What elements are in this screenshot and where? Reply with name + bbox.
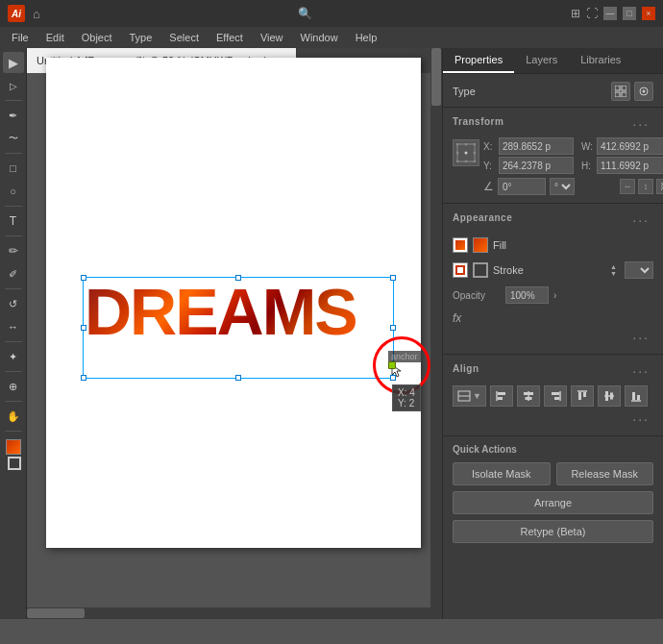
align-bottom-button[interactable]	[625, 385, 648, 407]
stroke-up[interactable]: ▲	[610, 263, 620, 270]
w-input[interactable]	[597, 137, 663, 155]
tool-separator-7	[5, 371, 22, 372]
anchor-bl[interactable]	[81, 375, 86, 381]
horizontal-scroll-thumb[interactable]	[27, 608, 85, 618]
angle-input[interactable]	[498, 178, 546, 195]
isolate-mask-button[interactable]: Isolate Mask	[453, 462, 551, 485]
vertical-scroll-thumb[interactable]	[431, 48, 441, 106]
align-right-button[interactable]	[544, 385, 567, 407]
zoom-tool[interactable]: ⊕	[3, 376, 24, 397]
title-bar-right: ⊞ ⛶ — □ ×	[571, 7, 655, 20]
menu-select[interactable]: Select	[161, 30, 207, 45]
rotate-tool[interactable]: ↺	[3, 293, 24, 314]
canvas-area[interactable]: Untitled-1 [Recovered]* @ 50 % (CMYK/Pre…	[27, 48, 442, 619]
anchor-center-dot	[388, 361, 396, 369]
stroke-down[interactable]: ▼	[610, 270, 620, 277]
stroke-dropdown[interactable]	[625, 261, 653, 279]
paintbrush-tool[interactable]: ✏	[3, 240, 24, 261]
direct-select-tool[interactable]: ▷	[3, 75, 24, 96]
align-center-v-button[interactable]	[598, 385, 621, 407]
menu-object[interactable]: Object	[74, 30, 120, 45]
search-icon[interactable]: 🔍	[298, 7, 312, 20]
arrange-button[interactable]: Arrange	[453, 491, 653, 514]
grid-icon[interactable]: ⊞	[571, 7, 580, 20]
flip-h-button[interactable]: ↔	[620, 179, 635, 194]
menu-effect[interactable]: Effect	[209, 30, 251, 45]
expand-icon[interactable]: ⛶	[586, 7, 598, 20]
transform-more-menu[interactable]: ···	[628, 115, 653, 133]
eyedropper-tool[interactable]: ✦	[3, 346, 24, 367]
menu-view[interactable]: View	[253, 30, 291, 45]
tool-separator-8	[5, 401, 22, 402]
menu-file[interactable]: File	[4, 30, 37, 45]
scrollbar-corner	[430, 607, 442, 619]
opacity-chevron[interactable]: ›	[553, 290, 556, 301]
type-icon-settings[interactable]	[634, 82, 653, 101]
pen-tool[interactable]: ✒	[3, 105, 24, 126]
tab-layers[interactable]: Layers	[514, 48, 569, 73]
fx-label[interactable]: fx	[453, 311, 461, 325]
stroke-swatch[interactable]	[473, 262, 488, 278]
type-icon-grid[interactable]	[611, 82, 630, 101]
horizontal-scrollbar[interactable]	[27, 607, 430, 619]
align-extra-menu[interactable]: ···	[453, 410, 653, 428]
vertical-scrollbar[interactable]	[430, 48, 442, 607]
transform-reference-box[interactable]	[453, 139, 479, 166]
type-tool[interactable]: T	[3, 211, 24, 232]
hand-tool[interactable]: ✋	[3, 406, 24, 427]
svg-point-9	[465, 143, 468, 146]
fill-row: Fill	[453, 235, 653, 256]
svg-point-16	[474, 161, 477, 163]
align-center-h-button[interactable]	[517, 385, 540, 407]
y-input[interactable]	[499, 157, 574, 174]
angle-dropdown[interactable]: °	[550, 178, 575, 195]
tool-separator-6	[5, 341, 22, 342]
fill-color-box[interactable]	[6, 439, 21, 455]
svg-rect-23	[524, 392, 533, 395]
ellipse-tool[interactable]: ○	[3, 181, 24, 202]
align-more-menu[interactable]: ···	[628, 362, 653, 380]
minimize-button[interactable]: —	[603, 7, 617, 20]
release-mask-button[interactable]: Release Mask	[556, 462, 654, 485]
appearance-more-menu[interactable]: ···	[628, 211, 653, 229]
curvature-tool[interactable]: 〜	[3, 128, 24, 149]
home-icon[interactable]: ⌂	[33, 7, 40, 21]
menu-edit[interactable]: Edit	[38, 30, 72, 45]
select-tool[interactable]: ▶	[3, 52, 24, 73]
x-input[interactable]	[499, 137, 574, 155]
fill-swatch[interactable]	[473, 237, 488, 253]
tab-libraries[interactable]: Libraries	[569, 48, 632, 73]
svg-point-6	[643, 90, 646, 93]
anchor-bm[interactable]	[235, 375, 241, 381]
pencil-tool[interactable]: ✐	[3, 263, 24, 285]
align-top-button[interactable]	[571, 385, 594, 407]
svg-rect-2	[622, 86, 626, 90]
close-button[interactable]: ×	[642, 7, 655, 20]
tab-properties[interactable]: Properties	[443, 48, 514, 73]
menu-type[interactable]: Type	[122, 30, 160, 45]
constrain-proportions[interactable]: ⛓	[656, 179, 663, 194]
reflect-tool[interactable]: ↔	[3, 316, 24, 337]
h-input[interactable]	[597, 157, 663, 174]
flip-v-button[interactable]: ↕	[638, 179, 653, 194]
transform-section: Transform ···	[443, 108, 663, 204]
shape-tool[interactable]: □	[3, 158, 24, 179]
menu-help[interactable]: Help	[348, 30, 385, 45]
svg-rect-20	[498, 392, 505, 395]
x-label: X:	[483, 141, 497, 152]
angle-icon: ∠	[483, 180, 494, 193]
type-section: Type	[443, 74, 663, 108]
stroke-visible-toggle[interactable]	[453, 262, 468, 278]
stroke-color-box[interactable]	[8, 457, 21, 470]
svg-rect-1	[615, 86, 620, 90]
retype-button[interactable]: Retype (Beta)	[453, 520, 653, 543]
fill-visible-toggle[interactable]	[453, 237, 468, 253]
svg-point-15	[465, 161, 468, 163]
align-left-button[interactable]	[490, 385, 513, 407]
opacity-input[interactable]	[505, 286, 549, 304]
maximize-button[interactable]: □	[623, 7, 636, 20]
quick-actions-title: Quick Actions	[453, 444, 653, 455]
align-to-dropdown[interactable]: ▼	[453, 385, 486, 407]
appearance-extra-menu[interactable]: ···	[453, 329, 653, 346]
menu-window[interactable]: Window	[293, 30, 346, 45]
